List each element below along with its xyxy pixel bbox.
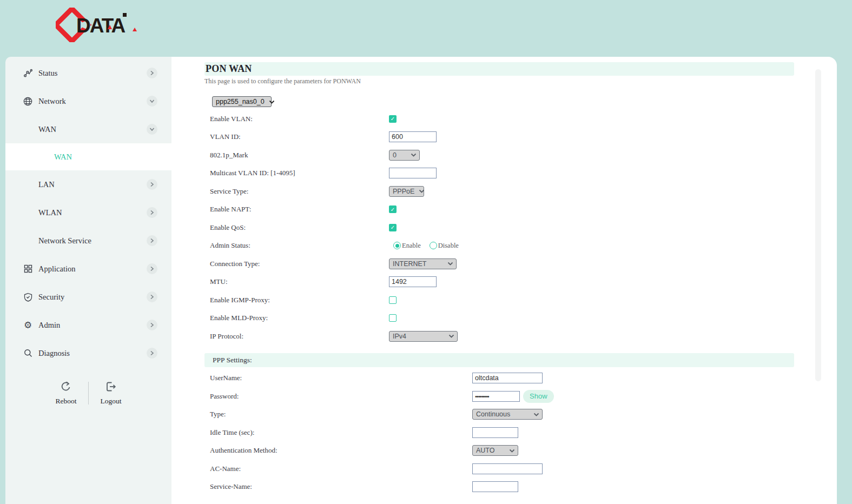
field-enable-vlan: Enable VLAN: ✓	[210, 110, 837, 128]
field-ip-protocol: IP Protocol: IPv4	[210, 327, 837, 346]
admin-disable-radio[interactable]: Disable	[430, 242, 459, 250]
shield-check-icon	[23, 293, 32, 302]
field-label: Enable VLAN:	[210, 115, 389, 123]
field-enable-igmp: Enable IGMP-Proxy:	[210, 291, 837, 309]
field-idle-time: Idle Time (sec):	[210, 423, 837, 442]
8021p-mark-value: 0	[393, 151, 397, 159]
sidebar-item-label: Diagnosis	[38, 349, 70, 358]
field-admin-status: Admin Status: Enable Disable	[210, 237, 837, 255]
field-enable-napt: Enable NAPT: ✓	[210, 201, 837, 219]
service-type-select[interactable]: PPPoE	[389, 186, 424, 197]
field-label: Enable NAPT:	[210, 205, 389, 214]
chevron-right-icon[interactable]	[147, 68, 157, 78]
chevron-right-icon[interactable]	[147, 207, 157, 218]
connection-type-value: INTERNET	[393, 260, 427, 268]
service-name-input[interactable]	[472, 481, 518, 492]
chevron-right-icon[interactable]	[147, 320, 157, 330]
chevron-down-icon[interactable]	[147, 96, 157, 107]
chevron-right-icon[interactable]	[147, 291, 157, 302]
enable-igmp-checkbox[interactable]	[389, 296, 397, 304]
field-service-name: Service-Name:	[210, 478, 837, 496]
multicast-vlan-input[interactable]	[389, 168, 437, 178]
globe-icon	[23, 97, 32, 106]
vlan-id-input[interactable]	[389, 131, 437, 142]
auth-method-value: AUTO	[476, 447, 495, 454]
mtu-input[interactable]	[389, 276, 437, 287]
auth-method-select[interactable]: AUTO	[472, 445, 518, 456]
field-label: Type:	[210, 410, 472, 419]
ac-name-input[interactable]	[472, 463, 543, 474]
page-subtitle: This page is used to configure the param…	[204, 77, 837, 85]
show-password-button[interactable]: Show	[523, 390, 554, 403]
sidebar-item-application[interactable]: Application	[5, 255, 171, 283]
sidebar-item-network[interactable]: Network	[5, 87, 171, 115]
sidebar-item-label: WAN	[38, 125, 56, 134]
sidebar-item-label: Status	[38, 69, 57, 78]
field-ac-name: AC-Name:	[210, 460, 837, 478]
sidebar-item-security[interactable]: Security	[5, 283, 171, 311]
scrollbar[interactable]	[815, 69, 821, 381]
field-auth-method: Authentication Method: AUTO	[210, 442, 837, 460]
field-enable-mld: Enable MLD-Proxy:	[210, 309, 837, 328]
enable-qos-checkbox[interactable]: ✓	[389, 224, 397, 231]
sidebar-item-label: LAN	[38, 180, 55, 189]
chevron-right-icon[interactable]	[147, 348, 157, 359]
field-username: UserName:	[210, 369, 837, 388]
logout-button[interactable]: Logout	[93, 380, 129, 406]
field-mtu: MTU:	[210, 273, 837, 291]
reboot-label: Reboot	[56, 397, 77, 406]
field-label: Enable IGMP-Proxy:	[210, 296, 389, 304]
password-input[interactable]	[472, 391, 520, 402]
sidebar-item-lan[interactable]: LAN	[5, 170, 171, 198]
sidebar-item-label: WAN	[54, 152, 72, 162]
ppp-form: UserName: Password: Show Type: Continuou…	[210, 369, 837, 496]
ppp-type-select[interactable]: Continuous	[472, 409, 543, 420]
interface-select-wrap: ppp255_nas0_0	[212, 96, 837, 107]
enable-mld-checkbox[interactable]	[389, 314, 397, 322]
field-label: Service-Name:	[210, 482, 472, 491]
enable-vlan-checkbox[interactable]: ✓	[389, 115, 397, 123]
sidebar-item-status[interactable]: Status	[5, 59, 171, 87]
gear-icon: ⚙	[23, 321, 32, 330]
8021p-mark-select[interactable]: 0	[389, 150, 420, 161]
field-label: Enable MLD-Proxy:	[210, 314, 389, 322]
interface-select[interactable]: ppp255_nas0_0	[212, 96, 272, 107]
idle-time-input[interactable]	[472, 427, 518, 438]
sidebar-item-admin[interactable]: ⚙ Admin	[5, 311, 171, 339]
reboot-icon	[60, 380, 72, 395]
field-label: Enable QoS:	[210, 223, 389, 232]
chevron-right-icon[interactable]	[147, 235, 157, 246]
sidebar-item-label: Admin	[38, 321, 60, 330]
sidebar: Status Network WAN WAN LAN	[5, 57, 171, 504]
field-connection-type: Connection Type: INTERNET	[210, 255, 837, 273]
radio-unselected-icon	[430, 242, 437, 249]
username-input[interactable]	[472, 373, 543, 383]
field-password: Password: Show	[210, 387, 837, 406]
field-label: Idle Time (sec):	[210, 428, 472, 437]
admin-status-radio-group: Enable Disable	[393, 242, 459, 250]
ip-protocol-select[interactable]: IPv4	[389, 331, 458, 342]
reboot-button[interactable]: Reboot	[48, 380, 84, 406]
sidebar-item-network-service[interactable]: Network Service	[5, 227, 171, 255]
page-title: PON WAN	[204, 63, 252, 75]
chevron-right-icon[interactable]	[147, 263, 157, 274]
cdata-logo-icon: DATA	[56, 8, 175, 42]
admin-enable-radio[interactable]: Enable	[393, 242, 421, 250]
sidebar-item-diagnosis[interactable]: Diagnosis	[5, 339, 171, 367]
chevron-down-icon[interactable]	[147, 124, 157, 135]
chevron-right-icon[interactable]	[147, 179, 157, 190]
field-vlan-id: VLAN ID:	[210, 128, 837, 147]
status-nodes-icon	[23, 69, 32, 78]
logout-label: Logout	[101, 397, 122, 406]
sidebar-item-wan-active[interactable]: WAN	[5, 143, 171, 170]
field-label: UserName:	[210, 374, 472, 382]
enable-napt-checkbox[interactable]: ✓	[389, 205, 397, 213]
wan-form: Enable VLAN: ✓ VLAN ID: 802.1p_Mark 0 Mu…	[210, 110, 837, 346]
sidebar-item-wlan[interactable]: WLAN	[5, 198, 171, 227]
radio-label: Enable	[402, 242, 421, 250]
connection-type-select[interactable]: INTERNET	[389, 258, 457, 269]
field-label: IP Protocol:	[210, 332, 389, 341]
field-enable-qos: Enable QoS: ✓	[210, 218, 837, 237]
field-label: VLAN ID:	[210, 132, 389, 141]
sidebar-item-wan-group[interactable]: WAN	[5, 115, 171, 143]
